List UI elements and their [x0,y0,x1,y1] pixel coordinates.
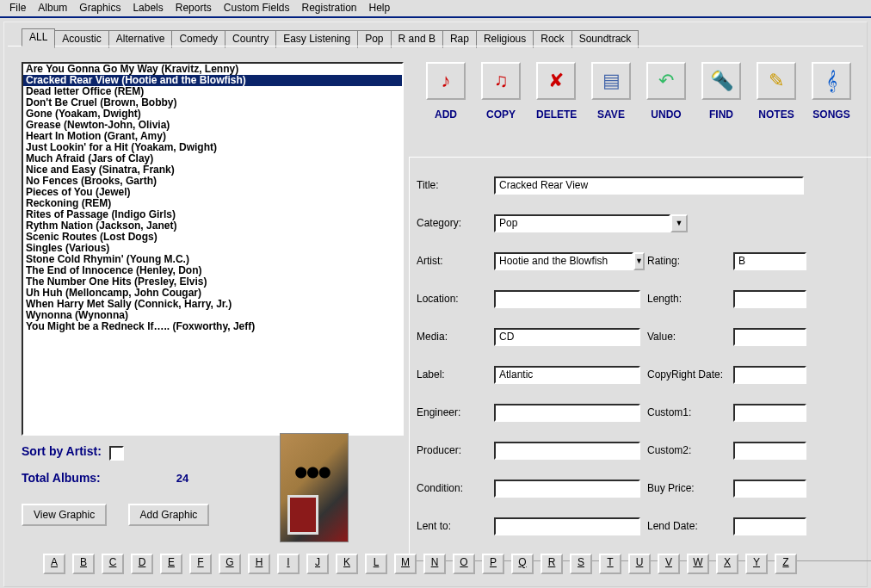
length-label: Length: [640,293,733,305]
alpha-t[interactable]: T [599,554,621,574]
alpha-e[interactable]: E [160,554,182,574]
alpha-g[interactable]: G [219,554,241,574]
tool-copy: ♫COPY [481,62,521,121]
menu-album[interactable]: Album [32,1,73,15]
media-input[interactable] [494,328,640,346]
buyprice-input[interactable] [733,480,806,498]
alpha-n[interactable]: N [423,554,446,574]
length-input[interactable] [733,290,806,308]
menu-graphics[interactable]: Graphics [73,1,127,15]
menu-file[interactable]: File [3,1,32,15]
alpha-z[interactable]: Z [775,554,797,574]
engineer-label: Engineer: [417,406,494,418]
alpha-x[interactable]: X [716,554,738,574]
alpha-d[interactable]: D [131,554,153,574]
tool-notes: ✎NOTES [757,62,796,121]
menu-custom-fields[interactable]: Custom Fields [218,1,296,15]
alpha-p[interactable]: P [482,554,504,574]
menu-help[interactable]: Help [363,1,397,15]
condition-input[interactable] [494,480,640,498]
view-graphic-button[interactable]: View Graphic [22,504,107,526]
custom2-label: Custom2: [640,444,733,456]
tool-undo: ↶UNDO [646,62,686,121]
artist-label: Artist: [417,255,494,267]
copyright-input[interactable] [733,366,806,384]
tool-songs: 𝄞SONGS [812,62,851,121]
location-input[interactable] [494,290,640,308]
alpha-k[interactable]: K [336,554,358,574]
alpha-l[interactable]: L [365,554,387,574]
custom1-label: Custom1: [640,406,733,418]
copyright-label: CopyRight Date: [640,368,733,381]
tool-save: ▤SAVE [591,62,631,121]
tool-label: UNDO [646,108,686,121]
tab-divider [8,46,863,50]
undo-icon[interactable]: ↶ [646,62,686,100]
artist-input[interactable] [494,252,633,270]
alpha-r[interactable]: R [541,554,563,574]
alpha-h[interactable]: H [248,554,270,574]
producer-label: Producer: [417,444,494,456]
artist-combo[interactable]: ▼ [494,252,640,270]
engineer-input[interactable] [494,404,640,422]
condition-label: Condition: [417,482,494,494]
alpha-a[interactable]: A [43,554,65,574]
category-tabs: ALLAcousticAlternativeComedyCountryEasy … [22,29,638,46]
location-label: Location: [417,293,494,305]
value-input[interactable] [733,328,806,346]
tab-all[interactable]: ALL [22,28,55,46]
menu-reports[interactable]: Reports [170,1,218,15]
add-icon[interactable]: ♪ [426,62,466,100]
custom2-input[interactable] [733,442,806,460]
label-input[interactable] [494,366,640,384]
left-controls: Sort by Artist: Total Albums: 24 View Gr… [22,444,280,526]
menu-labels[interactable]: Labels [127,1,169,15]
title-input[interactable] [494,176,804,195]
alpha-o[interactable]: O [453,554,475,574]
total-albums-value: 24 [176,472,188,485]
alpha-j[interactable]: J [306,554,329,574]
tool-find: 🔦FIND [701,62,741,121]
custom1-input[interactable] [733,404,806,422]
tool-label: NOTES [757,108,796,121]
lenddate-input[interactable] [733,517,806,535]
alpha-y[interactable]: Y [745,554,768,574]
chevron-down-icon[interactable]: ▼ [670,214,688,232]
tool-label: ADD [426,108,466,121]
value-label: Value: [640,331,733,343]
alpha-w[interactable]: W [687,554,709,574]
alpha-i[interactable]: I [277,554,300,574]
album-art [280,433,349,542]
media-label: Media: [417,331,494,343]
delete-icon[interactable]: ✘ [536,62,576,100]
menu-registration[interactable]: Registration [295,1,362,15]
album-list[interactable]: Are You Gonna Go My Way (Kravitz, Lenny)… [22,62,404,436]
alpha-c[interactable]: C [102,554,124,574]
add-graphic-button[interactable]: Add Graphic [128,504,210,526]
category-combo[interactable]: ▼ [494,214,688,232]
lentto-input[interactable] [494,517,640,535]
find-icon[interactable]: 🔦 [701,62,741,100]
notes-icon[interactable]: ✎ [757,62,796,100]
sort-by-artist-checkbox[interactable] [109,446,124,461]
rating-input[interactable] [733,252,806,270]
list-item[interactable]: You Might be a Redneck If….. (Foxworthy,… [23,321,402,332]
alpha-v[interactable]: V [658,554,680,574]
tool-add: ♪ADD [426,62,466,121]
alphabet-bar: ABCDEFGHIJKLMNOPQRSTUVWXYZ [43,554,797,574]
copy-icon[interactable]: ♫ [481,62,521,100]
alpha-u[interactable]: U [628,554,651,574]
category-input[interactable] [494,214,670,232]
alpha-b[interactable]: B [72,554,95,574]
alpha-s[interactable]: S [570,554,592,574]
title-label: Title: [417,179,494,191]
alpha-f[interactable]: F [189,554,212,574]
main-panel: ALLAcousticAlternativeComedyCountryEasy … [3,22,868,587]
producer-input[interactable] [494,442,640,460]
songs-icon[interactable]: 𝄞 [812,62,851,100]
alpha-m[interactable]: M [394,554,417,574]
save-icon[interactable]: ▤ [591,62,631,100]
tool-delete: ✘DELETE [536,62,576,121]
tool-label: SAVE [591,108,631,121]
alpha-q[interactable]: Q [511,554,534,574]
